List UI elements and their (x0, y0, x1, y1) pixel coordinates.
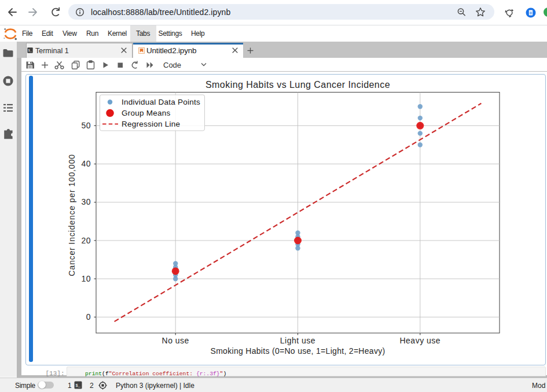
svg-text:10: 10 (81, 274, 91, 283)
svg-text:Heavy use: Heavy use (399, 336, 440, 345)
svg-text:Group Means: Group Means (122, 109, 171, 117)
svg-text:Light use: Light use (280, 336, 315, 345)
svg-text:40: 40 (81, 159, 91, 168)
svg-text:30: 30 (81, 197, 91, 206)
svg-text:Smoking Habits (0=No use, 1=Li: Smoking Habits (0=No use, 1=Light, 2=Hea… (211, 346, 386, 356)
svg-text:20: 20 (81, 236, 91, 245)
svg-text:Cancer Incidence per 100,000: Cancer Incidence per 100,000 (67, 154, 76, 276)
svg-text:$_: $_ (28, 49, 32, 53)
svg-text:$_: $_ (76, 383, 81, 388)
svg-text:Regression Line: Regression Line (122, 120, 180, 128)
svg-text:50: 50 (81, 121, 91, 130)
svg-text:No use: No use (162, 336, 189, 345)
svg-text:Smoking Habits vs Lung Cancer: Smoking Habits vs Lung Cancer Incidence (205, 80, 390, 90)
svg-text:0: 0 (86, 312, 91, 321)
svg-text:Individual Data Points: Individual Data Points (122, 98, 200, 106)
